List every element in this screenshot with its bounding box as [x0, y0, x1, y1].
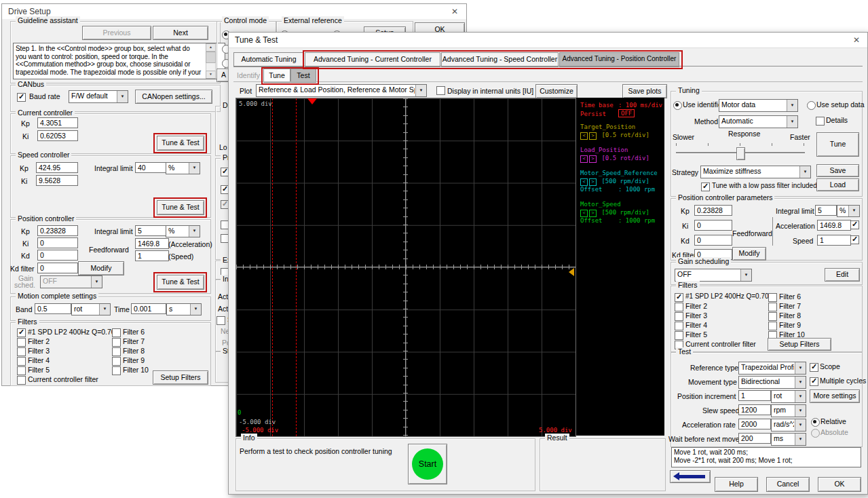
filter-7-checkbox[interactable] — [768, 303, 777, 311]
time-cursor-2[interactable] — [296, 98, 297, 436]
pp-acceleration-input[interactable]: 1469.8 — [817, 220, 851, 231]
slew-speed-unit-select[interactable]: rpm — [771, 404, 806, 417]
filter-7-checkbox[interactable] — [112, 338, 121, 347]
gain-sched-select[interactable]: OFF — [40, 275, 102, 288]
position-kd-input[interactable]: 0 — [37, 250, 78, 261]
pp-speed-input[interactable]: 1 — [817, 235, 851, 246]
ok-button[interactable]: OK — [818, 477, 861, 492]
current-controller-filter-checkbox[interactable] — [17, 376, 26, 385]
setup-filters-button[interactable]: Setup Filters — [153, 370, 208, 385]
filter-2-checkbox[interactable] — [17, 338, 26, 347]
pp-ki-input[interactable]: 0 — [694, 220, 732, 231]
filter-1-checkbox[interactable] — [17, 328, 26, 337]
help-button[interactable]: Help — [715, 477, 758, 492]
pp-integral-limit-input[interactable]: 5 — [815, 205, 837, 216]
close-icon[interactable]: ✕ — [850, 35, 863, 45]
pp-kd-input[interactable]: 0 — [694, 235, 732, 246]
persist-toggle[interactable]: OFF — [618, 110, 635, 117]
speed-tune-test-button[interactable]: Tune & Test — [157, 200, 204, 215]
reference-type-select[interactable]: Trapezoidal Profile — [738, 362, 806, 375]
current-kp-input[interactable]: 4.3051 — [37, 117, 78, 128]
back-arrow-button[interactable] — [670, 470, 711, 483]
start-button[interactable]: Start — [408, 444, 447, 484]
filter-9-checkbox[interactable] — [768, 322, 777, 330]
filter-2-checkbox[interactable] — [675, 303, 683, 311]
position-ki-input[interactable]: 0 — [37, 237, 78, 248]
movement-type-select[interactable]: Bidirectional — [738, 376, 806, 389]
internal-units-checkbox[interactable] — [436, 86, 445, 95]
setup-filters-button[interactable]: Setup Filters — [768, 338, 831, 351]
method-select[interactable]: Automatic — [719, 115, 798, 128]
speed-ki-input[interactable]: 9.5628 — [36, 175, 78, 186]
feedforward-speed-input[interactable]: 1 — [135, 250, 169, 261]
acceleration-rate-unit-select[interactable]: rad/s^2 — [771, 419, 806, 432]
s-checkbox-fragment[interactable] — [216, 316, 225, 325]
edit-button[interactable]: Edit — [825, 268, 860, 282]
time-input[interactable]: 0.001 — [131, 303, 166, 314]
multiple-cycles-checkbox[interactable] — [810, 377, 818, 386]
save-plots-button[interactable]: Save plots — [622, 84, 667, 98]
modify-button[interactable]: Modify — [78, 261, 124, 275]
speed-ff-checkbox[interactable] — [850, 235, 859, 244]
filter-3-checkbox[interactable] — [17, 347, 26, 356]
use-identified-radio[interactable] — [673, 101, 682, 110]
current-tune-test-button[interactable]: Tune & Test — [157, 136, 204, 151]
tab-test[interactable]: Test — [290, 69, 316, 83]
baud-rate-select[interactable]: F/W default — [69, 90, 128, 103]
relative-radio[interactable] — [811, 418, 820, 427]
cancel-button[interactable]: Cancel — [766, 477, 810, 492]
filter-6-checkbox[interactable] — [112, 328, 121, 337]
more-settings-button[interactable]: More settings — [810, 389, 860, 403]
scroll-down-icon[interactable] — [206, 71, 216, 79]
filter-3-checkbox[interactable] — [675, 312, 683, 321]
close-icon[interactable]: ✕ — [449, 6, 461, 17]
position-tune-test-button[interactable]: Tune & Test — [157, 275, 204, 290]
scale-decrease-button[interactable] — [580, 155, 588, 163]
tab-automatic-tuning[interactable]: Automatic Tuning — [233, 52, 304, 67]
scale-decrease-button[interactable] — [580, 132, 588, 140]
scale-increase-button[interactable] — [589, 210, 597, 217]
strategy-select[interactable]: Maximize stiffness — [700, 166, 811, 178]
response-slider-thumb[interactable] — [736, 147, 745, 160]
scope-checkbox[interactable] — [810, 363, 818, 372]
current-ki-input[interactable]: 0.62053 — [37, 130, 78, 141]
tune-button[interactable]: Tune — [816, 132, 859, 157]
plot-select[interactable]: Reference & Load Position, Reference & M… — [256, 84, 427, 97]
filter-4-checkbox[interactable] — [675, 322, 683, 330]
identified-data-select[interactable]: Motor data — [719, 99, 798, 112]
scrollbar-thumb[interactable] — [206, 52, 216, 63]
filter-5-checkbox[interactable] — [675, 331, 683, 340]
pp-integral-unit-select[interactable]: % — [837, 205, 860, 217]
position-kp-input[interactable]: 0.23828 — [37, 225, 78, 236]
tab-advanced-current[interactable]: Advanced Tuning - Current Controller — [305, 52, 440, 67]
position-increment-input[interactable]: 1 — [738, 390, 771, 401]
scale-decrease-button[interactable] — [580, 210, 588, 217]
use-setup-data-radio[interactable] — [807, 101, 816, 110]
pp-kp-input[interactable]: 0.23828 — [694, 205, 732, 216]
speed-integral-unit-select[interactable]: % — [166, 162, 200, 174]
speed-kp-input[interactable]: 424.95 — [36, 162, 78, 173]
canopen-settings-button[interactable]: CANopen settings... — [135, 90, 212, 104]
gain-scheduling-select[interactable]: OFF — [675, 269, 752, 282]
acceleration-ff-checkbox[interactable] — [850, 221, 859, 229]
wait-before-input[interactable]: 200 — [738, 433, 771, 444]
band-unit-select[interactable]: rot — [71, 303, 111, 315]
filter-8-checkbox[interactable] — [112, 347, 121, 356]
lowpass-checkbox[interactable] — [701, 183, 710, 191]
filter-5-checkbox[interactable] — [17, 366, 26, 375]
position-increment-unit-select[interactable]: rot — [771, 390, 806, 403]
band-input[interactable]: 0.5 — [35, 303, 71, 314]
speed-integral-limit-input[interactable]: 40 — [135, 162, 166, 173]
details-checkbox[interactable] — [816, 117, 825, 126]
position-integral-unit-select[interactable]: % — [166, 225, 200, 237]
tab-identify[interactable]: Identify — [233, 69, 263, 83]
acceleration-rate-input[interactable]: 2000 — [738, 419, 771, 429]
filter-6-checkbox[interactable] — [768, 293, 777, 302]
tab-advanced-speed[interactable]: Advanced Tuning - Speed Controller — [441, 52, 559, 67]
filter-8-checkbox[interactable] — [768, 312, 777, 321]
time-unit-select[interactable]: s — [166, 303, 202, 315]
tab-tune[interactable]: Tune — [263, 69, 290, 83]
next-button[interactable]: Next — [153, 26, 208, 40]
scale-increase-button[interactable] — [589, 155, 597, 163]
scroll-up-icon[interactable] — [206, 43, 216, 52]
